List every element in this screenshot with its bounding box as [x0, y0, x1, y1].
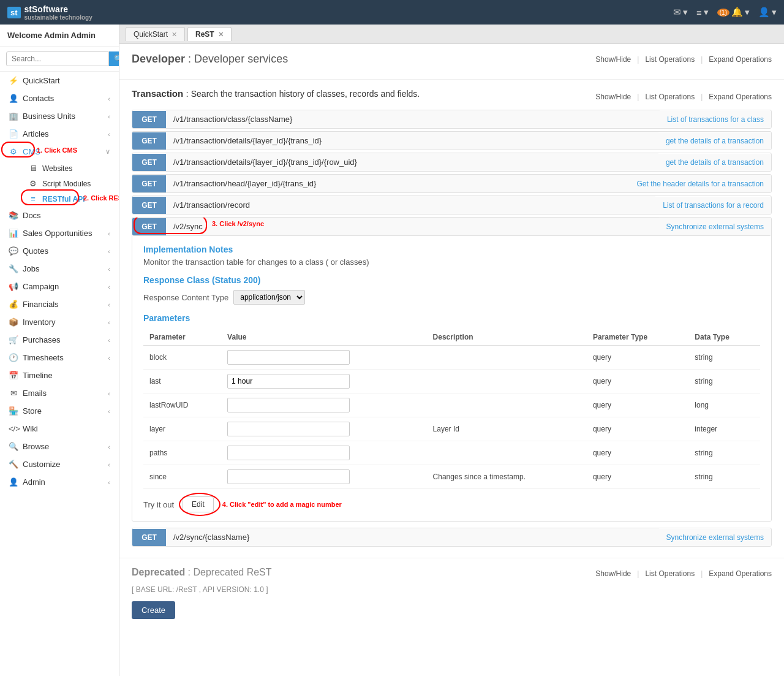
param-value [221, 465, 426, 489]
sidebar-item-timeline[interactable]: 📅 Timeline [0, 366, 119, 384]
sidebar-item-label: Financials [23, 300, 59, 309]
chevron-icon: ‹ [108, 113, 110, 120]
transaction-endpoint-row[interactable]: GET /v1/transaction/record List of trans… [132, 196, 772, 215]
sidebar-item-timesheets[interactable]: 🕐 Timesheets ‹ [0, 349, 119, 366]
sidebar-item-label: Customize [23, 460, 60, 469]
deprecated-expand-operations[interactable]: Expand Operations [709, 569, 772, 578]
deprecated-list-operations[interactable]: List Operations [645, 569, 695, 578]
sidebar-item-label: Inventory [23, 317, 55, 327]
developer-header: Developer : Developer services Show/Hide… [132, 53, 772, 66]
search-input[interactable] [6, 51, 109, 66]
menu-icon[interactable]: ≡ ▾ [696, 7, 709, 18]
sidebar-item-business-units[interactable]: 🏢 Business Units ‹ [0, 107, 119, 125]
sidebar-item-label: Sales Opportunities [23, 229, 92, 238]
transaction-ops: Show/Hide | List Operations | Expand Ope… [595, 93, 772, 101]
edit-button-wrapper: Edit [183, 496, 214, 512]
search-button[interactable]: 🔍 [109, 51, 119, 66]
get-badge: GET [132, 111, 166, 128]
param-value-input[interactable] [227, 398, 350, 412]
response-class-title: Response Class (Status 200) [143, 275, 760, 285]
param-data-type: string [688, 370, 760, 393]
tab-quickstart[interactable]: QuickStart ✕ [126, 27, 185, 41]
transaction-endpoint-row[interactable]: GET /v1/transaction/details/{layer_id}/{… [132, 153, 772, 172]
response-class: Response Class (Status 200) Response Con… [143, 275, 760, 305]
developer-expand-operations[interactable]: Expand Operations [709, 55, 772, 64]
deprecated-show-hide[interactable]: Show/Hide [595, 569, 631, 578]
sidebar-item-financials[interactable]: 💰 Financials ‹ [0, 295, 119, 313]
param-row: layer Layer Id query integer [143, 417, 760, 441]
sidebar-item-admin[interactable]: 👤 Admin ‹ [0, 473, 119, 491]
transaction-list-operations[interactable]: List Operations [645, 93, 695, 101]
transaction-endpoint-row[interactable]: GET /v1/transaction/details/{layer_id}/{… [132, 131, 772, 150]
endpoint-path: /v1/transaction/details/{layer_id}/{tran… [166, 153, 658, 171]
sidebar-item-docs[interactable]: 📚 Docs [0, 207, 119, 224]
user-icon[interactable]: 👤 ▾ [758, 7, 777, 18]
sidebar-item-script-modules[interactable]: ⚙ Script Modules [22, 176, 119, 191]
sidebar-item-quotes[interactable]: 💬 Quotes ‹ [0, 242, 119, 260]
sidebar-item-customize[interactable]: 🔨 Customize ‹ [0, 455, 119, 473]
v2sync-classname-endpoint[interactable]: GET /v2/sync/{className} Synchronize ext… [132, 528, 772, 547]
sidebar-item-label: Emails [23, 389, 47, 398]
param-value-input[interactable] [227, 374, 350, 389]
param-data-type: string [688, 441, 760, 465]
v2sync-endpoint-expanded: GET /v2/sync Synchronize external system… [132, 217, 772, 522]
transaction-show-hide[interactable]: Show/Hide [595, 93, 631, 101]
sidebar-item-sales[interactable]: 📊 Sales Opportunities ‹ [0, 224, 119, 242]
search-bar: 🔍 [0, 47, 119, 72]
contacts-icon: 👤 [9, 94, 18, 103]
sidebar-item-websites[interactable]: 🖥 Websites [22, 161, 119, 176]
sidebar-item-emails[interactable]: ✉ Emails ‹ [0, 384, 119, 402]
sidebar: Welcome Admin Admin 🔍 ⚡ QuickStart 👤 Con… [0, 25, 119, 676]
chevron-icon: ‹ [108, 95, 110, 102]
endpoint-path: /v1/transaction/record [166, 196, 655, 214]
sidebar-item-label: Websites [42, 164, 72, 173]
sidebar-item-jobs[interactable]: 🔧 Jobs ‹ [0, 260, 119, 278]
v2sync-classname-desc: Synchronize external systems [659, 529, 771, 546]
content-type-select[interactable]: application/json [233, 290, 305, 305]
col-data-type: Data Type [688, 329, 760, 346]
campaign-icon: 📢 [9, 282, 18, 291]
chevron-icon: ‹ [108, 230, 110, 237]
param-value-input[interactable] [227, 469, 350, 484]
transaction-endpoints: GET /v1/transaction/class/{className} Li… [132, 110, 772, 215]
sidebar-item-store[interactable]: 🏪 Store ‹ [0, 402, 119, 420]
developer-show-hide[interactable]: Show/Hide [595, 55, 631, 64]
impl-notes-title: Implementation Notes [143, 245, 760, 254]
param-value-input[interactable] [227, 422, 350, 436]
close-tab-rest[interactable]: ✕ [218, 31, 224, 39]
param-value-input[interactable] [227, 446, 350, 460]
developer-list-operations[interactable]: List Operations [645, 55, 695, 64]
purchases-icon: 🛒 [9, 335, 18, 344]
transaction-endpoint-row[interactable]: GET /v1/transaction/head/{layer_id}/{tra… [132, 174, 772, 193]
create-button[interactable]: Create [132, 601, 175, 619]
chevron-icon: ‹ [108, 479, 110, 486]
transaction-section: Transaction : Search the transaction his… [119, 80, 784, 558]
sidebar-item-quickstart[interactable]: ⚡ QuickStart [0, 72, 119, 89]
params-header-row: Parameter Value Description Parameter Ty… [143, 329, 760, 346]
transaction-endpoint-row[interactable]: GET /v1/transaction/class/{className} Li… [132, 110, 772, 129]
sidebar-item-contacts[interactable]: 👤 Contacts ‹ [0, 89, 119, 107]
sidebar-item-wiki[interactable]: </> Wiki [0, 420, 119, 438]
tab-rest[interactable]: ReST ✕ [187, 27, 232, 41]
close-tab-quickstart[interactable]: ✕ [172, 31, 177, 39]
param-row: block query string [143, 346, 760, 370]
logo-box: st [7, 7, 21, 18]
param-description [427, 346, 587, 370]
mail-icon[interactable]: ✉ ▾ [673, 7, 688, 18]
inventory-icon: 📦 [9, 317, 18, 327]
sidebar-item-inventory[interactable]: 📦 Inventory ‹ [0, 313, 119, 331]
param-type: query [587, 370, 688, 393]
transaction-expand-operations[interactable]: Expand Operations [709, 93, 772, 101]
sidebar-item-purchases[interactable]: 🛒 Purchases ‹ [0, 331, 119, 349]
sidebar-item-articles[interactable]: 📄 Articles ‹ [0, 125, 119, 143]
notification-icon[interactable]: (1) 🔔 ▾ [717, 7, 750, 18]
chevron-icon: ∨ [105, 148, 110, 156]
sidebar-item-label: Quotes [23, 246, 48, 256]
welcome-text: Welcome Admin Admin [0, 25, 119, 47]
param-value-input[interactable] [227, 350, 350, 365]
sidebar-item-browse[interactable]: 🔍 Browse ‹ [0, 438, 119, 455]
edit-button[interactable]: Edit [183, 496, 214, 512]
sidebar-item-campaign[interactable]: 📢 Campaign ‹ [0, 278, 119, 295]
get-method-badge: GET [132, 218, 166, 235]
main-area: QuickStart ✕ ReST ✕ Developer : Develope… [119, 25, 784, 676]
